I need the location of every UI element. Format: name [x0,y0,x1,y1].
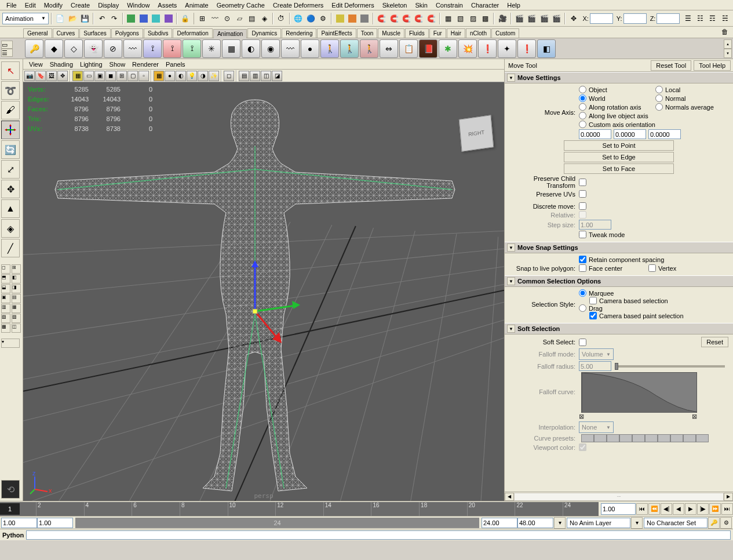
shelf-tab-custom[interactable]: Custom [491,28,519,38]
shelf-humanik-icon[interactable]: 🚶 [360,39,378,58]
input-c-icon[interactable] [359,13,370,24]
sel-marquee[interactable]: Marquee [579,289,728,297]
shelf-constrain-icon[interactable]: 📕 [419,39,437,58]
new-scene-icon[interactable]: 📄 [54,13,65,24]
scale-tool[interactable]: ⤢ [1,160,20,179]
magnet1-icon[interactable]: 🧲 [376,13,387,24]
soft-select-checkbox[interactable] [579,339,586,346]
xform-mode-icon[interactable]: ✥ [568,13,579,24]
shelf-keyframe-icon[interactable]: ◆ [45,39,63,58]
pi-safe-action-icon[interactable]: ▢ [127,71,138,81]
pi-xray-icon[interactable]: ▤ [239,71,249,81]
soft-mod-tool[interactable]: ▲ [1,199,20,218]
sel-drag[interactable]: Drag [579,304,728,312]
rotate-tool[interactable]: 🔄 [1,140,20,159]
shelf-star-icon[interactable]: ✱ [439,39,457,58]
layout-uv-icon[interactable]: ▧ [1,314,10,323]
soft-reset-button[interactable]: Reset [701,337,728,347]
layout-two-v-icon[interactable]: ◧ [12,274,21,283]
section-snap-settings[interactable]: Move Snap Settings [505,242,733,253]
shelf-tab-animation[interactable]: Animation [213,29,247,38]
y-input[interactable] [623,13,647,24]
lock-icon[interactable]: 🔒 [180,13,191,24]
retain-spacing-checkbox[interactable]: Retain component spacing [579,256,664,263]
menu-geometry-cache[interactable]: Geometry Cache [213,1,269,9]
timeline-track[interactable]: 1 2 4 6 8 10 12 14 16 18 20 22 24 [0,502,599,516]
pi-textured-icon[interactable]: ◐ [176,71,186,81]
go-start-icon[interactable]: ⏮ [636,503,648,515]
set-to-face-button[interactable]: Set to Face [564,163,674,174]
snap-live-icon[interactable]: ◈ [258,13,269,24]
scroll-left-icon[interactable]: ◀ [505,493,514,501]
magnet4-icon[interactable]: 🧲 [413,13,424,24]
panel-panels[interactable]: Panels [162,61,189,68]
axis-local[interactable]: Local [655,86,728,93]
shelf-effect3-icon[interactable]: ✦ [498,39,516,58]
toolbox-collapse-icon[interactable]: ▾ [1,339,20,348]
shelf-tab-subdivs[interactable]: Subdivs [144,28,173,38]
shelf-sculpt-icon[interactable]: ● [301,39,319,58]
layout-single-icon[interactable]: ◻ [1,264,10,274]
character-set-dropdown[interactable]: No Character Set [644,518,708,528]
snap-point-icon[interactable]: ⊙ [221,13,232,24]
axis-world[interactable]: World [579,94,654,102]
anim-layer-dropdown[interactable]: No Anim Layer [567,518,630,528]
menu-create[interactable]: Create [67,1,94,9]
render-icon[interactable]: 🌐 [293,13,304,24]
shelf-tab-surfaces[interactable]: Surfaces [79,28,110,38]
z-input[interactable] [657,13,680,24]
menu-display[interactable]: Display [94,1,123,9]
viewport[interactable]: Verts:528552850 Edges:14043140430 Faces:… [23,82,504,501]
paint-select-tool[interactable]: 🖌 [1,101,20,119]
range-start-input[interactable] [1,518,37,528]
redo-icon[interactable]: ↷ [108,13,119,24]
shelf-tab-muscle[interactable]: Muscle [378,28,404,38]
container-b-icon[interactable]: ▧ [455,13,466,24]
shelf-mirror-icon[interactable]: ⇔ [380,39,398,58]
select-object-icon[interactable] [138,13,149,24]
select-component-icon[interactable] [150,13,161,24]
shelf-joint-icon[interactable]: ⟟ [143,39,162,58]
command-input[interactable] [26,530,731,540]
menu-assets[interactable]: Assets [154,1,181,9]
shelf-tab-fluids[interactable]: Fluids [405,28,429,38]
film-b-icon[interactable]: 🎬 [526,13,537,24]
section-common-selection[interactable]: Common Selection Options [505,275,733,287]
shelf-tab-general[interactable]: General [23,28,52,38]
shelf-tab-ncloth[interactable]: nCloth [466,28,491,38]
menu-file[interactable]: File [2,1,21,9]
layout-outliner-icon[interactable]: ▤ [12,294,21,303]
shelf-effect4-icon[interactable]: ❗ [517,39,536,58]
current-frame-input[interactable] [601,503,636,515]
shelf-lattice-icon[interactable]: ▦ [222,39,240,58]
anim-layer-menu-icon[interactable]: ▾ [631,517,643,529]
pi-grid-icon[interactable]: ▦ [72,71,83,81]
x-input[interactable] [590,13,613,24]
shelf-tab-deformation[interactable]: Deformation [173,28,212,38]
playblast-icon[interactable]: 🎥 [497,13,508,24]
snap-curve-icon[interactable]: 〰 [209,13,220,24]
panel-shading[interactable]: Shading [46,61,76,68]
layout-render-icon[interactable]: ▨ [12,314,21,323]
magnet5-icon[interactable]: 🧲 [426,13,437,24]
pi-wireframe-icon[interactable]: ▦ [154,71,164,81]
pi-select-cam-icon[interactable]: 📷 [24,71,35,81]
shelf-effect1-icon[interactable]: 💥 [458,39,477,58]
pi-smooth-icon[interactable]: ● [165,71,175,81]
prefs-icon[interactable]: ⚙ [720,517,732,529]
shelf-smooth-icon[interactable]: 🚶 [320,39,339,58]
layout-b-icon[interactable]: ☷ [695,13,706,24]
film-a-icon[interactable]: 🎬 [514,13,525,24]
shelf-tab-rendering[interactable]: Rendering [282,28,316,38]
step-back-icon[interactable]: ◀| [661,503,672,515]
pi-expose-icon[interactable]: ◫ [261,71,271,81]
panel-lighting[interactable]: Lighting [76,61,106,68]
axis-rotation[interactable]: Along rotation axis [579,103,654,111]
layout-dope-icon[interactable]: ◫ [12,323,21,333]
snap-view-icon[interactable]: ▤ [246,13,257,24]
tweak-checkbox[interactable]: Tweak mode [579,231,625,238]
shelf-ik-icon[interactable]: ⟟ [163,39,181,58]
axis-y-input[interactable] [614,129,646,139]
menu-skin[interactable]: Skin [411,1,431,9]
pi-gate-mask-icon[interactable]: ◼ [105,71,116,81]
